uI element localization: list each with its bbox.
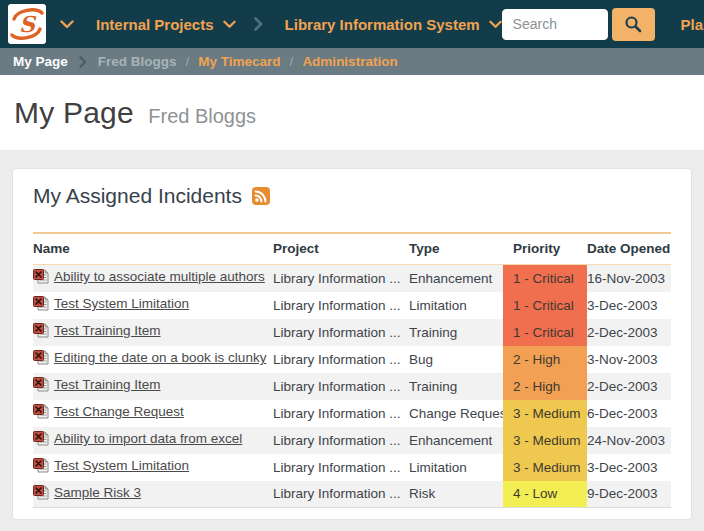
incident-link[interactable]: Test Training Item — [54, 377, 161, 392]
breadcrumb-administration[interactable]: Administration — [302, 54, 397, 69]
search-input[interactable] — [502, 9, 608, 40]
table-row: Test System Limitation Library Informati… — [33, 454, 671, 481]
incident-link[interactable]: Sample Risk 3 — [54, 485, 141, 500]
project-cell: Library Information ... — [273, 373, 409, 400]
breadcrumb-chevron-icon — [79, 56, 87, 68]
incident-icon — [33, 269, 49, 287]
spira-logo-icon: S — [10, 6, 44, 42]
priority-cell: 2 - High — [503, 346, 587, 373]
my-assigned-incidents-widget: My Assigned Incidents Name Project Type — [12, 168, 692, 520]
priority-cell: 1 - Critical — [503, 319, 587, 346]
date-opened-cell: 3-Dec-2003 — [587, 292, 671, 319]
breadcrumb-slash: / — [186, 54, 190, 69]
search-button[interactable] — [612, 8, 655, 41]
project-cell: Library Information ... — [273, 400, 409, 427]
page-subtitle: Fred Bloggs — [148, 105, 256, 127]
svg-text:S: S — [19, 11, 37, 37]
type-cell: Training — [409, 319, 503, 346]
workspace-label: Library Information System — [285, 16, 480, 33]
incident-icon — [33, 431, 49, 449]
date-opened-cell: 9-Dec-2003 — [587, 481, 671, 508]
workspace-group-menu[interactable]: Internal Projects — [96, 16, 236, 33]
project-cell: Library Information ... — [273, 346, 409, 373]
table-row: Sample Risk 3 Library Information ... Ri… — [33, 481, 671, 508]
incident-link[interactable]: Ability to import data from excel — [54, 431, 242, 446]
content-area: My Assigned Incidents Name Project Type — [0, 150, 704, 531]
workspace-menu[interactable]: Library Information System — [285, 16, 502, 33]
nav-separator-chevron — [254, 17, 263, 31]
incident-link[interactable]: Editing the date on a book is clunky — [54, 350, 266, 365]
top-navbar: S Internal Projects Library Information … — [0, 0, 704, 48]
date-opened-cell: 2-Dec-2003 — [587, 319, 671, 346]
table-row: Test System Limitation Library Informati… — [33, 292, 671, 319]
priority-cell: 1 - Critical — [503, 292, 587, 319]
incident-icon — [33, 377, 49, 395]
search-icon — [624, 15, 642, 33]
table-header-row: Name Project Type Priority Date Opened — [33, 233, 671, 265]
priority-cell: 3 - Medium — [503, 400, 587, 427]
incident-link[interactable]: Test Change Request — [54, 404, 184, 419]
incident-icon — [33, 296, 49, 314]
chevron-down-icon — [60, 20, 74, 29]
type-cell: Limitation — [409, 292, 503, 319]
app-logo[interactable]: S — [8, 4, 46, 44]
breadcrumb-my-page[interactable]: My Page — [13, 54, 68, 69]
chevron-down-icon — [489, 20, 502, 29]
project-cell: Library Information ... — [273, 481, 409, 508]
priority-cell: 3 - Medium — [503, 427, 587, 454]
priority-cell: 1 - Critical — [503, 265, 587, 292]
incident-icon — [33, 458, 49, 476]
incident-link[interactable]: Test Training Item — [54, 323, 161, 338]
project-cell: Library Information ... — [273, 292, 409, 319]
breadcrumb-my-timecard[interactable]: My Timecard — [198, 54, 280, 69]
table-row: Test Training Item Library Information .… — [33, 319, 671, 346]
chevron-down-icon — [223, 20, 236, 29]
chevron-right-icon — [254, 17, 263, 31]
search-group — [502, 8, 655, 41]
page-header: My Page Fred Bloggs — [0, 75, 704, 150]
breadcrumb-user[interactable]: Fred Bloggs — [98, 54, 177, 69]
table-row: Editing the date on a book is clunky Lib… — [33, 346, 671, 373]
column-header-project[interactable]: Project — [273, 233, 409, 265]
incident-link[interactable]: Test System Limitation — [54, 296, 189, 311]
widget-title: My Assigned Incidents — [33, 184, 242, 208]
workspace-menu-caret[interactable] — [60, 20, 74, 29]
type-cell: Limitation — [409, 454, 503, 481]
type-cell: Training — [409, 373, 503, 400]
table-row: Test Change Request Library Information … — [33, 400, 671, 427]
incidents-table: Name Project Type Priority Date Opened — [33, 232, 671, 508]
date-opened-cell: 3-Dec-2003 — [587, 454, 671, 481]
planning-menu[interactable]: Planning — [681, 16, 704, 33]
column-header-date-opened[interactable]: Date Opened — [587, 233, 671, 265]
type-cell: Risk — [409, 481, 503, 508]
type-cell: Enhancement — [409, 265, 503, 292]
date-opened-cell: 3-Nov-2003 — [587, 346, 671, 373]
incident-icon — [33, 485, 49, 503]
column-header-priority[interactable]: Priority — [503, 233, 587, 265]
incident-link[interactable]: Test System Limitation — [54, 458, 189, 473]
priority-cell: 4 - Low — [503, 481, 587, 508]
table-row: Ability to associate multiple authors Li… — [33, 265, 671, 292]
priority-cell: 2 - High — [503, 373, 587, 400]
rss-icon[interactable] — [252, 187, 270, 205]
breadcrumb: My Page Fred Bloggs / My Timecard / Admi… — [0, 48, 704, 75]
date-opened-cell: 16-Nov-2003 — [587, 265, 671, 292]
incident-icon — [33, 323, 49, 341]
page-title: My Page — [14, 96, 134, 129]
table-row: Ability to import data from excel Librar… — [33, 427, 671, 454]
project-cell: Library Information ... — [273, 265, 409, 292]
incident-link[interactable]: Ability to associate multiple authors — [54, 269, 265, 284]
type-cell: Enhancement — [409, 427, 503, 454]
date-opened-cell: 24-Nov-2003 — [587, 427, 671, 454]
date-opened-cell: 2-Dec-2003 — [587, 373, 671, 400]
column-header-name[interactable]: Name — [33, 233, 273, 265]
column-header-type[interactable]: Type — [409, 233, 503, 265]
project-cell: Library Information ... — [273, 454, 409, 481]
planning-label: Planning — [681, 16, 704, 33]
date-opened-cell: 6-Dec-2003 — [587, 400, 671, 427]
type-cell: Change Request — [409, 400, 503, 427]
incident-icon — [33, 404, 49, 422]
priority-cell: 3 - Medium — [503, 454, 587, 481]
project-cell: Library Information ... — [273, 427, 409, 454]
type-cell: Bug — [409, 346, 503, 373]
